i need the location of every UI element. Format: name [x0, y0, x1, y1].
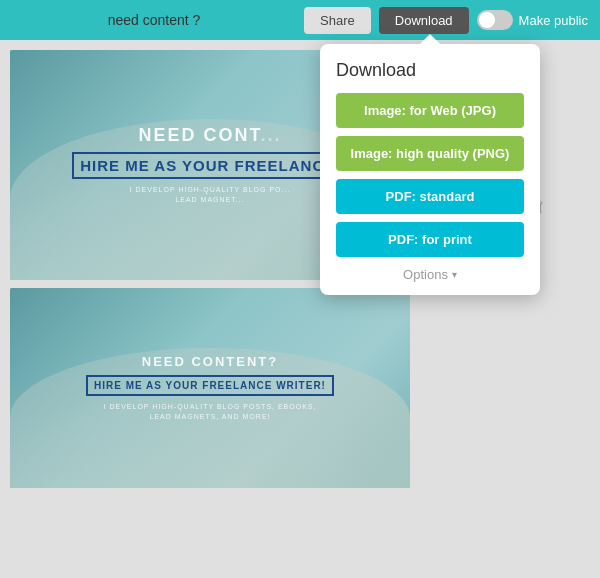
chevron-down-icon: ▾	[452, 269, 457, 280]
options-row: Options ▾	[336, 265, 524, 283]
slide-1-hire-me: HIRE ME AS YOUR FREELANC...	[72, 152, 348, 179]
options-label: Options	[403, 267, 448, 282]
slide-1-need-content: NEED CONT...	[72, 125, 348, 146]
make-public-toggle-container: Make public	[477, 10, 588, 30]
options-link[interactable]: Options ▾	[403, 267, 457, 282]
need-content-label: need content ?	[108, 12, 201, 28]
download-pdf-print-button[interactable]: PDF: for print	[336, 222, 524, 257]
share-button[interactable]: Share	[304, 7, 371, 34]
slide-1-overlay: NEED CONT... HIRE ME AS YOUR FREELANC...…	[62, 115, 358, 215]
slide-1-sub: I DEVELOP HIGH-QUALITY BLOG PO...LEAD MA…	[72, 185, 348, 205]
make-public-toggle[interactable]	[477, 10, 513, 30]
download-button[interactable]: Download	[379, 7, 469, 34]
download-pdf-standard-button[interactable]: PDF: standard	[336, 179, 524, 214]
slide-2-need-content: NEED CONTENT?	[86, 354, 334, 369]
slide-2-hire-me: HIRE ME AS YOUR FREELANCE WRITER!	[86, 375, 334, 396]
download-jpg-button[interactable]: Image: for Web (JPG)	[336, 93, 524, 128]
make-public-label: Make public	[519, 13, 588, 28]
slide-2[interactable]: NEED CONTENT? HIRE ME AS YOUR FREELANCE …	[10, 288, 410, 488]
download-png-button[interactable]: Image: high quality (PNG)	[336, 136, 524, 171]
download-dropdown-title: Download	[336, 60, 524, 81]
slide-2-sub: I DEVELOP HIGH-QUALITY BLOG POSTS, EBOOK…	[86, 402, 334, 422]
download-dropdown: Download Image: for Web (JPG) Image: hig…	[320, 44, 540, 295]
toolbar: need content ? Share Download Make publi…	[0, 0, 600, 40]
slide-2-overlay: NEED CONTENT? HIRE ME AS YOUR FREELANCE …	[76, 344, 344, 432]
slide-2-background: NEED CONTENT? HIRE ME AS YOUR FREELANCE …	[10, 288, 410, 488]
